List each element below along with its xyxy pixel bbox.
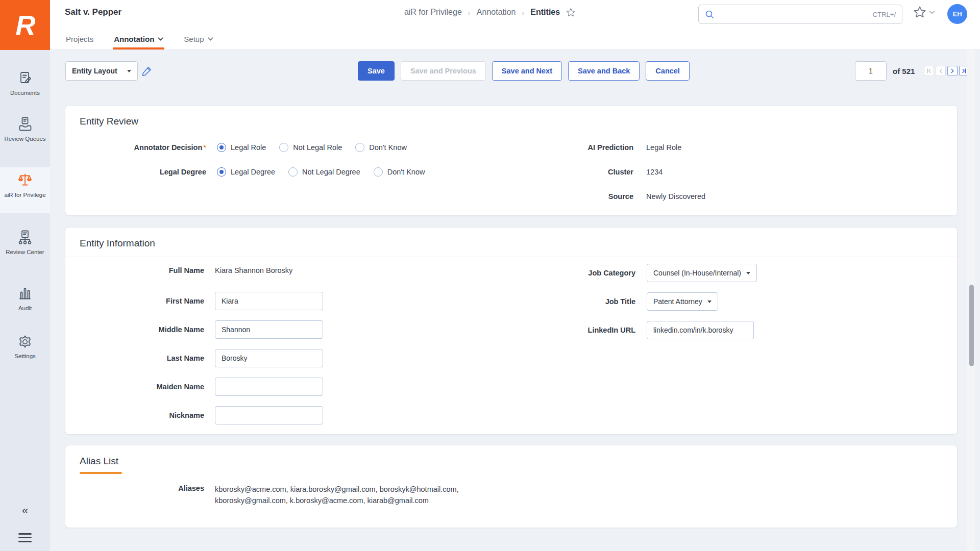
previous-icon (938, 68, 943, 73)
radio-icon[interactable] (288, 167, 298, 177)
nickname-row: Nickname (80, 406, 323, 424)
active-tab-underline (80, 472, 122, 474)
sidebar-item-air-for-privilege[interactable]: aiR for Privilege (0, 167, 50, 213)
entity-review-panel: Entity Review Annotator Decision* Legal … (65, 105, 958, 216)
save-and-next-button[interactable]: Save and Next (492, 61, 562, 81)
radio-selected-icon[interactable] (217, 143, 226, 152)
maiden-name-input[interactable] (215, 378, 323, 396)
record-pager: of 521 (855, 61, 969, 81)
next-icon (950, 68, 955, 73)
source-value: Newly Discovered (646, 192, 705, 201)
sidebar-collapse-button[interactable]: « (0, 504, 50, 517)
chevron-down-icon (929, 11, 935, 14)
next-record-button[interactable] (947, 66, 958, 76)
global-search: CTRL+/ (698, 5, 902, 24)
nickname-input[interactable] (215, 406, 323, 424)
annotator-decision-radio-group: Legal Role Not Legal Role Don't Know (217, 143, 407, 152)
search-input[interactable] (719, 10, 868, 18)
tab-projects[interactable]: Projects (65, 35, 94, 49)
menu-hamburger-icon[interactable] (18, 533, 32, 542)
radio-icon[interactable] (279, 143, 288, 152)
breadcrumb-separator: › (468, 8, 471, 17)
tab-annotation[interactable]: Annotation (113, 35, 164, 49)
gear-icon (0, 334, 50, 350)
user-avatar[interactable]: EH (947, 4, 967, 24)
caret-down-icon (746, 272, 750, 274)
logo-letter: R (16, 9, 35, 41)
job-title-dropdown[interactable]: Patent Attorney (647, 292, 718, 311)
save-and-back-button[interactable]: Save and Back (568, 61, 640, 81)
audit-bar-chart-icon (0, 286, 50, 302)
favorites-menu-button[interactable] (913, 6, 935, 19)
annotator-decision-row: Annotator Decision* Legal Role Not Legal… (80, 141, 407, 154)
search-icon (705, 10, 714, 19)
breadcrumb-air-for-privilege[interactable]: aiR for Privilege (404, 8, 462, 17)
scrollbar-thumb[interactable] (969, 285, 974, 366)
app-root: R Salt v. Pepper Projects Annotation Set… (0, 0, 980, 551)
page-number-input[interactable] (855, 61, 887, 81)
first-icon (926, 68, 932, 73)
sidebar-item-documents[interactable]: Documents (0, 70, 50, 97)
previous-record-button[interactable] (936, 66, 946, 76)
panel-title: Entity Information (80, 238, 155, 249)
last-icon (962, 68, 967, 73)
sidebar-item-audit[interactable]: Audit (0, 286, 50, 312)
tab-setup[interactable]: Setup (183, 35, 214, 49)
panel-title: Entity Review (80, 116, 138, 127)
entity-information-panel: Entity Information Full Name Kiara Shann… (65, 227, 958, 435)
caret-down-icon (127, 70, 131, 72)
linkedin-url-row: LinkedIn URL (571, 321, 754, 339)
top-header: R Salt v. Pepper Projects Annotation Set… (0, 0, 980, 50)
full-name-value: Kiara Shannon Borosky (215, 266, 292, 274)
sidebar-item-review-queues[interactable]: Review Queues (0, 116, 50, 143)
divider (65, 135, 957, 135)
breadcrumb-annotation[interactable]: Annotation (477, 8, 516, 17)
review-center-icon (0, 230, 50, 246)
middle-name-input[interactable] (215, 320, 323, 339)
linkedin-url-input[interactable] (647, 321, 754, 339)
save-and-previous-button[interactable]: Save and Previous (401, 61, 486, 81)
cluster-row: Cluster 1234 (555, 166, 663, 178)
save-button[interactable]: Save (358, 61, 395, 81)
radio-dont-know-role[interactable]: Don't Know (355, 143, 407, 152)
action-buttons: Save Save and Previous Save and Next Sav… (358, 61, 690, 81)
radio-selected-icon[interactable] (217, 167, 226, 177)
favorite-star-icon[interactable] (566, 8, 576, 17)
relativity-logo[interactable]: R (0, 0, 50, 50)
job-category-dropdown[interactable]: Counsel (In-House/Internal) (647, 264, 757, 282)
ai-prediction-value: Legal Role (646, 143, 681, 152)
alias-list-tab[interactable]: Alias List (80, 456, 118, 467)
radio-not-legal-degree[interactable]: Not Legal Degree (288, 167, 360, 177)
sidebar-item-settings[interactable]: Settings (0, 334, 50, 360)
layout-select-dropdown[interactable]: Entity Layout (65, 61, 138, 81)
radio-not-legal-role[interactable]: Not Legal Role (279, 143, 342, 152)
source-row: Source Newly Discovered (555, 190, 705, 203)
radio-icon[interactable] (355, 143, 364, 152)
sidebar-item-review-center[interactable]: Review Center (0, 230, 50, 256)
last-name-row: Last Name (80, 349, 323, 367)
radio-icon[interactable] (374, 167, 383, 177)
first-name-row: First Name (80, 292, 323, 310)
divider (65, 257, 957, 257)
first-record-button[interactable] (924, 66, 934, 76)
cancel-button[interactable]: Cancel (646, 61, 690, 81)
middle-name-row: Middle Name (80, 320, 323, 339)
last-name-input[interactable] (215, 349, 323, 367)
workspace-title: Salt v. Pepper (65, 7, 121, 17)
caret-down-icon (707, 300, 712, 303)
edit-layout-pencil-icon[interactable] (141, 65, 153, 79)
chevron-down-icon (158, 37, 163, 41)
first-name-input[interactable] (215, 292, 323, 310)
maiden-name-row: Maiden Name (80, 378, 323, 396)
legal-degree-radio-group: Legal Degree Not Legal Degree Don't Know (217, 167, 425, 177)
job-category-row: Job Category Counsel (In-House/Internal) (571, 264, 757, 282)
full-name-row: Full Name Kiara Shannon Borosky (80, 264, 292, 277)
radio-legal-degree[interactable]: Legal Degree (217, 167, 275, 177)
radio-dont-know-degree[interactable]: Don't Know (374, 167, 425, 177)
cluster-value: 1234 (646, 168, 663, 176)
breadcrumb: aiR for Privilege › Annotation › Entitie… (404, 0, 576, 24)
search-shortcut-hint: CTRL+/ (873, 11, 896, 18)
aliases-row: Aliases kborosky@acme.com, kiara.borosky… (80, 484, 480, 506)
radio-legal-role[interactable]: Legal Role (217, 143, 266, 152)
documents-icon (0, 70, 50, 87)
